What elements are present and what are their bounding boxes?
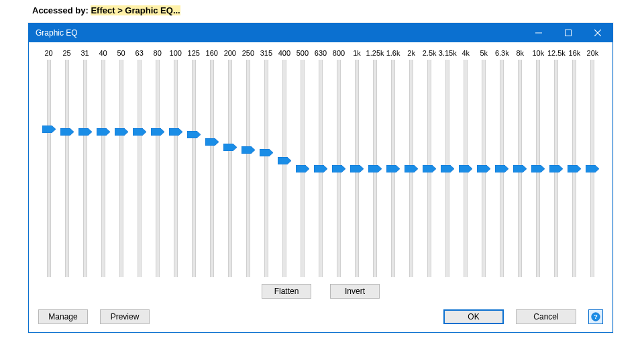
slider-thumb[interactable] (568, 165, 581, 172)
slider-track (119, 60, 123, 277)
eq-slider[interactable] (566, 60, 584, 277)
eq-slider[interactable] (40, 60, 58, 277)
slider-thumb[interactable] (278, 157, 291, 164)
eq-slider[interactable] (148, 60, 166, 277)
slider-thumb[interactable] (223, 144, 237, 151)
eq-slider[interactable] (112, 60, 130, 277)
slider-thumb[interactable] (441, 165, 454, 172)
eq-slider[interactable] (402, 60, 421, 277)
eq-slider[interactable] (547, 60, 566, 277)
freq-label: 1.6k (384, 49, 402, 57)
slider-thumb[interactable] (531, 165, 545, 172)
slider-track (156, 60, 160, 277)
slider-thumb[interactable] (459, 165, 472, 172)
help-button[interactable]: ? (588, 309, 603, 324)
invert-button[interactable]: Invert (330, 284, 380, 299)
ok-button[interactable]: OK (443, 309, 504, 324)
close-button[interactable] (583, 23, 612, 42)
eq-slider[interactable] (457, 60, 475, 277)
slider-thumb[interactable] (495, 165, 508, 172)
svg-text:?: ? (594, 313, 598, 320)
slider-thumb[interactable] (586, 165, 599, 172)
accessed-by-line: Accessed by: Effect > Graphic EQ... (32, 5, 180, 15)
slider-thumb[interactable] (42, 126, 56, 133)
slider-thumb[interactable] (477, 165, 490, 172)
freq-label: 160 (203, 49, 221, 57)
eq-slider[interactable] (257, 60, 275, 277)
freq-label: 1.25k (366, 49, 384, 57)
slider-thumb[interactable] (296, 165, 309, 172)
freq-label: 2.5k (421, 49, 439, 57)
freq-label: 125 (184, 49, 203, 57)
eq-slider[interactable] (239, 60, 257, 277)
eq-slider[interactable] (58, 60, 76, 277)
eq-slider[interactable] (221, 60, 239, 277)
slider-thumb[interactable] (368, 165, 382, 172)
freq-label: 8k (511, 49, 529, 57)
eq-slider[interactable] (384, 60, 402, 277)
slider-thumb[interactable] (97, 128, 110, 136)
minimize-button[interactable] (524, 23, 553, 42)
eq-slider[interactable] (421, 60, 439, 277)
slider-thumb[interactable] (115, 128, 128, 136)
slider-thumb[interactable] (386, 165, 400, 172)
slider-thumb[interactable] (169, 128, 182, 136)
freq-label: 800 (330, 49, 348, 57)
accessed-by-path: Effect > Graphic EQ... (91, 5, 180, 15)
slider-track (264, 60, 268, 277)
slider-track (138, 60, 142, 277)
slider-thumb[interactable] (151, 128, 164, 136)
slider-thumb[interactable] (60, 128, 74, 136)
eq-slider[interactable] (439, 60, 457, 277)
preview-button[interactable]: Preview (100, 309, 150, 324)
eq-slider[interactable] (293, 60, 311, 277)
slider-thumb[interactable] (241, 146, 255, 154)
eq-slider[interactable] (529, 60, 547, 277)
slider-thumb[interactable] (314, 165, 327, 172)
slider-track (282, 60, 286, 277)
eq-slider[interactable] (584, 60, 602, 277)
slider-thumb[interactable] (405, 165, 418, 172)
help-icon: ? (591, 312, 600, 321)
manage-button[interactable]: Manage (38, 309, 88, 324)
freq-label: 6.3k (493, 49, 511, 57)
slider-thumb[interactable] (332, 165, 345, 172)
eq-slider[interactable] (311, 60, 329, 277)
slider-thumb[interactable] (133, 128, 146, 136)
cancel-button[interactable]: Cancel (516, 309, 576, 324)
eq-slider[interactable] (76, 60, 94, 277)
slider-thumb[interactable] (260, 149, 273, 156)
titlebar[interactable]: Graphic EQ (29, 23, 612, 42)
slider-thumb[interactable] (423, 165, 436, 172)
eq-slider[interactable] (475, 60, 493, 277)
freq-label: 31 (76, 49, 94, 57)
maximize-button[interactable] (553, 23, 583, 42)
minimize-icon (535, 30, 542, 36)
freq-label: 200 (221, 49, 239, 57)
eq-slider[interactable] (366, 60, 384, 277)
bottom-buttons-row: Manage Preview OK Cancel ? (38, 309, 603, 324)
slider-thumb[interactable] (350, 165, 364, 172)
slider-thumb[interactable] (513, 165, 527, 172)
freq-label: 250 (239, 49, 257, 57)
slider-thumb[interactable] (205, 138, 219, 146)
flatten-button[interactable]: Flatten (262, 284, 311, 299)
eq-slider[interactable] (493, 60, 511, 277)
freq-label: 3.15k (439, 49, 457, 57)
slider-thumb[interactable] (549, 165, 563, 172)
eq-slider[interactable] (184, 60, 203, 277)
eq-slider[interactable] (511, 60, 529, 277)
eq-slider[interactable] (94, 60, 112, 277)
svg-rect-0 (566, 30, 572, 36)
eq-slider[interactable] (275, 60, 293, 277)
close-icon (594, 30, 601, 36)
slider-thumb[interactable] (187, 131, 201, 138)
eq-slider[interactable] (203, 60, 221, 277)
eq-slider[interactable] (166, 60, 184, 277)
eq-slider[interactable] (130, 60, 148, 277)
slider-track (83, 60, 87, 277)
eq-slider[interactable] (348, 60, 366, 277)
freq-label: 500 (293, 49, 311, 57)
slider-thumb[interactable] (78, 128, 92, 136)
eq-slider[interactable] (330, 60, 348, 277)
